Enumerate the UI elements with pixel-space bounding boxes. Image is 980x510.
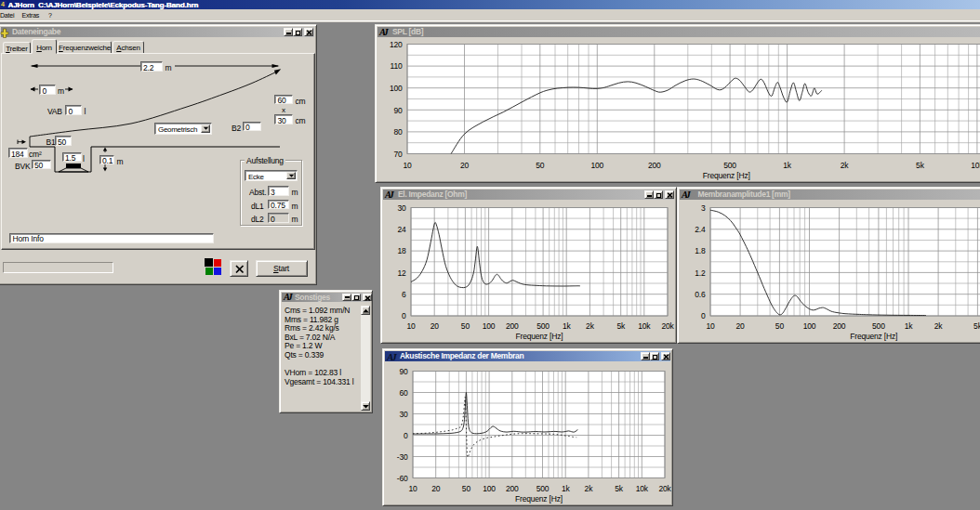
svg-text:500: 500 [723,161,736,170]
svg-text:20: 20 [736,321,746,331]
svg-text:100: 100 [390,84,403,93]
svg-text:50: 50 [536,161,545,170]
svg-text:20k: 20k [661,321,674,331]
svg-text:90: 90 [399,367,408,376]
svg-text:20: 20 [431,484,441,493]
svg-text:100: 100 [483,321,496,331]
svg-text:200: 200 [648,161,661,170]
svg-text:70: 70 [393,150,403,159]
svg-text:-30: -30 [397,452,408,462]
svg-text:12: 12 [397,268,406,278]
svg-text:1k: 1k [905,321,914,331]
svg-text:20: 20 [460,161,470,170]
svg-text:1k: 1k [562,484,571,493]
svg-text:5k: 5k [615,484,624,493]
svg-text:1k: 1k [563,321,572,331]
svg-text:10k: 10k [636,484,649,493]
svg-text:Frequenz [Hz]: Frequenz [Hz] [850,332,897,341]
svg-text:80: 80 [393,127,403,137]
svg-text:30: 30 [399,410,408,419]
svg-text:10: 10 [403,161,412,170]
svg-text:20k: 20k [658,484,671,493]
svg-text:1k: 1k [783,161,792,170]
svg-text:20: 20 [430,321,440,331]
svg-text:10: 10 [706,321,715,331]
svg-text:100: 100 [803,321,816,331]
svg-text:10: 10 [408,484,417,493]
svg-text:0: 0 [701,311,706,320]
svg-text:100: 100 [483,484,496,493]
svg-text:0: 0 [402,311,406,320]
svg-text:6: 6 [402,290,406,299]
svg-text:24: 24 [397,225,406,234]
svg-text:5k: 5k [973,321,980,331]
svg-text:10: 10 [406,321,416,331]
svg-text:2k: 2k [586,321,595,331]
svg-text:2k: 2k [841,161,850,170]
svg-text:2k: 2k [585,484,594,493]
svg-text:120: 120 [390,40,403,49]
svg-text:10k: 10k [971,161,980,170]
svg-text:10k: 10k [638,321,651,331]
svg-text:-60: -60 [397,474,408,483]
svg-text:3: 3 [701,203,706,213]
svg-text:200: 200 [833,321,846,331]
svg-text:5k: 5k [616,321,626,331]
svg-text:200: 200 [506,484,519,493]
svg-text:90: 90 [393,106,403,115]
svg-text:500: 500 [536,321,550,331]
svg-text:50: 50 [462,484,471,493]
svg-text:500: 500 [536,484,550,493]
svg-text:Frequenz [Hz]: Frequenz [Hz] [515,494,563,503]
svg-text:Frequenz [Hz]: Frequenz [Hz] [516,332,563,341]
svg-text:2.4: 2.4 [695,225,706,234]
svg-text:50: 50 [775,321,785,331]
svg-text:200: 200 [506,321,519,331]
svg-text:100: 100 [591,161,604,170]
svg-text:500: 500 [872,321,885,331]
svg-text:1.8: 1.8 [695,246,706,255]
svg-text:2k: 2k [934,321,944,331]
svg-text:60: 60 [399,388,408,398]
svg-text:5k: 5k [916,161,925,170]
svg-text:0.6: 0.6 [695,290,706,299]
svg-text:30: 30 [397,203,406,213]
svg-text:0: 0 [404,431,408,440]
svg-text:50: 50 [461,321,470,331]
svg-text:18: 18 [397,246,406,255]
svg-text:Frequenz [Hz]: Frequenz [Hz] [703,171,750,180]
svg-text:1.2: 1.2 [695,268,706,278]
svg-text:110: 110 [391,61,403,71]
